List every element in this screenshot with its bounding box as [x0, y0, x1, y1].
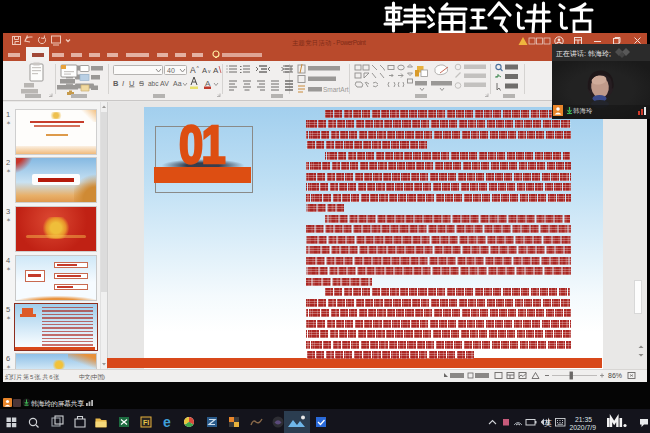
svg-text:v: v	[208, 68, 211, 74]
svg-text:^: ^	[197, 65, 200, 71]
svg-text:e: e	[163, 414, 171, 430]
svg-text:AV: AV	[160, 80, 169, 87]
svg-text:A: A	[213, 66, 219, 75]
svg-text:2020/7/9: 2020/7/9	[570, 424, 597, 431]
svg-text:abc: abc	[148, 80, 159, 87]
svg-text:U: U	[129, 79, 134, 88]
svg-text:I: I	[122, 79, 124, 88]
svg-text:FI: FI	[143, 419, 149, 426]
svg-text:40: 40	[167, 67, 175, 74]
svg-text:A: A	[205, 79, 211, 88]
svg-text:英: 英	[544, 419, 552, 428]
svg-text:S: S	[139, 79, 144, 88]
svg-text:SmartArt: SmartArt	[323, 86, 349, 93]
svg-text:A: A	[202, 66, 207, 75]
svg-text:B: B	[113, 79, 119, 88]
svg-text:86%: 86%	[608, 372, 622, 379]
svg-text:Aa: Aa	[173, 80, 182, 87]
svg-text:21:35: 21:35	[575, 416, 592, 423]
svg-text:A: A	[190, 65, 196, 75]
